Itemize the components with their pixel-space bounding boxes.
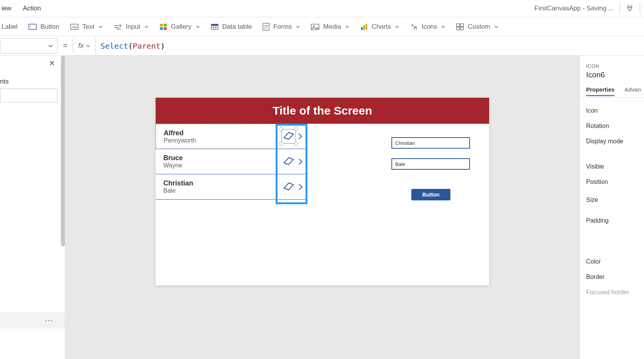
- erase-icon[interactable]: [281, 154, 296, 169]
- ribbon-datatable[interactable]: Data table: [211, 23, 252, 31]
- gallery-title: Alfred: [164, 129, 196, 137]
- ribbon-forms[interactable]: Forms: [263, 23, 300, 31]
- prop-visible[interactable]: Visible: [586, 159, 644, 174]
- icons-label: Icons: [422, 23, 437, 31]
- svg-rect-28: [460, 24, 463, 26]
- tree-view-pane: ✕ nts ···: [0, 56, 65, 359]
- text-input-firstname[interactable]: Christian: [391, 137, 470, 149]
- chevron-right-icon[interactable]: [298, 183, 303, 191]
- ribbon-button[interactable]: Button: [28, 23, 59, 31]
- chevron-down-icon: [345, 25, 350, 29]
- insert-ribbon: Label Button Abc Text Input Gallery Data…: [0, 17, 644, 36]
- svg-rect-17: [211, 24, 218, 26]
- svg-point-6: [120, 25, 121, 26]
- chevron-down-icon: [196, 25, 200, 29]
- chevron-right-icon[interactable]: [297, 133, 303, 140]
- submit-button[interactable]: Button: [411, 189, 450, 200]
- prop-displaymode[interactable]: Display mode: [586, 134, 644, 149]
- fx-label: fx: [78, 42, 84, 50]
- gallery-subtitle: Pennyworth: [164, 137, 196, 144]
- search-input[interactable]: [0, 89, 58, 102]
- prop-padding[interactable]: Padding: [586, 210, 644, 231]
- gallery-subtitle: Bale: [163, 187, 193, 194]
- chevron-down-icon: [441, 25, 445, 29]
- control-name[interactable]: Icon6: [586, 70, 644, 79]
- divider: [619, 3, 620, 13]
- close-icon[interactable]: ✕: [49, 59, 55, 68]
- text-label: Text: [82, 23, 94, 31]
- ribbon-label[interactable]: Label: [2, 23, 18, 31]
- svg-text:Abc: Abc: [72, 25, 78, 29]
- prop-rotation[interactable]: Rotation: [586, 118, 644, 134]
- gallery-icon: [159, 23, 167, 30]
- ribbon-custom[interactable]: Custom: [456, 23, 499, 31]
- svg-rect-29: [457, 27, 460, 30]
- svg-rect-25: [363, 25, 365, 30]
- svg-rect-8: [160, 24, 163, 26]
- equals-label: =: [58, 41, 73, 50]
- formula-paren: (: [128, 41, 133, 51]
- text-input-lastname[interactable]: Bale: [391, 158, 470, 170]
- formula-bar: = fx Select(Parent): [0, 36, 644, 56]
- erase-icon[interactable]: [281, 180, 296, 194]
- formula-fn: Select: [100, 41, 128, 51]
- ribbon-gallery[interactable]: Gallery: [159, 23, 200, 31]
- prop-position[interactable]: Position: [586, 174, 644, 190]
- property-dropdown[interactable]: [0, 38, 58, 54]
- canvas-area[interactable]: Title of the Screen Alfred Pennyworth: [65, 56, 580, 359]
- erase-icon[interactable]: [281, 129, 296, 144]
- svg-rect-10: [160, 27, 163, 30]
- top-menu-bar: iew Action FirstCanvasApp - Saving ...: [0, 0, 644, 17]
- svg-point-1: [30, 26, 31, 27]
- svg-rect-24: [361, 27, 363, 30]
- svg-rect-9: [164, 24, 167, 26]
- menu-view[interactable]: iew: [2, 5, 12, 12]
- custom-label: Custom: [468, 23, 490, 31]
- tab-properties[interactable]: Properties: [586, 86, 614, 96]
- label-label: Label: [2, 23, 18, 31]
- ribbon-icons[interactable]: Icons: [410, 23, 446, 31]
- media-icon: [311, 24, 319, 30]
- fx-button[interactable]: fx: [73, 38, 96, 54]
- icons-icon: [410, 23, 418, 31]
- properties-pane: ICON Icon6 Properties Advan Icon Rotatio…: [580, 56, 644, 359]
- scrollbar[interactable]: [61, 56, 65, 246]
- button-label: Button: [41, 23, 59, 31]
- forms-icon: [263, 23, 269, 31]
- prop-border[interactable]: Border: [586, 269, 644, 285]
- gallery[interactable]: Alfred Pennyworth Bruce Wayne: [156, 124, 307, 200]
- chevron-right-icon[interactable]: [298, 158, 303, 166]
- chevron-down-icon: [494, 25, 499, 29]
- app-checker-icon[interactable]: [626, 4, 634, 13]
- divider: [580, 97, 644, 98]
- app-canvas[interactable]: Title of the Screen Alfred Pennyworth: [156, 98, 489, 285]
- tree-item-more[interactable]: ···: [0, 312, 65, 328]
- prop-color[interactable]: Color: [586, 254, 644, 269]
- svg-line-31: [284, 138, 288, 139]
- screen-title: Title of the Screen: [156, 98, 489, 124]
- prop-focusedborder[interactable]: Focused border: [586, 285, 644, 300]
- gallery-subtitle: Wayne: [163, 162, 183, 169]
- ribbon-input[interactable]: Input: [113, 23, 149, 31]
- ribbon-charts[interactable]: Charts: [360, 23, 399, 31]
- input-icon: [113, 23, 122, 30]
- control-category: ICON: [586, 63, 644, 69]
- ribbon-text[interactable]: Abc Text: [70, 23, 103, 31]
- svg-line-33: [284, 188, 288, 190]
- gallery-title: Christian: [163, 179, 193, 187]
- prop-icon[interactable]: Icon: [586, 103, 644, 118]
- formula-input[interactable]: Select(Parent): [96, 41, 165, 51]
- svg-rect-0: [29, 24, 36, 30]
- svg-rect-26: [366, 24, 367, 30]
- chevron-down-icon: [98, 25, 103, 29]
- svg-point-23: [313, 25, 314, 27]
- app-title: FirstCanvasApp - Saving ...: [534, 5, 614, 12]
- gallery-title: Bruce: [163, 154, 183, 162]
- media-label: Media: [323, 23, 341, 31]
- prop-size[interactable]: Size: [586, 190, 644, 210]
- tab-advanced[interactable]: Advan: [624, 86, 641, 96]
- svg-line-32: [284, 163, 288, 164]
- divider: [640, 3, 640, 13]
- ribbon-media[interactable]: Media: [311, 23, 349, 31]
- menu-action[interactable]: Action: [23, 5, 41, 12]
